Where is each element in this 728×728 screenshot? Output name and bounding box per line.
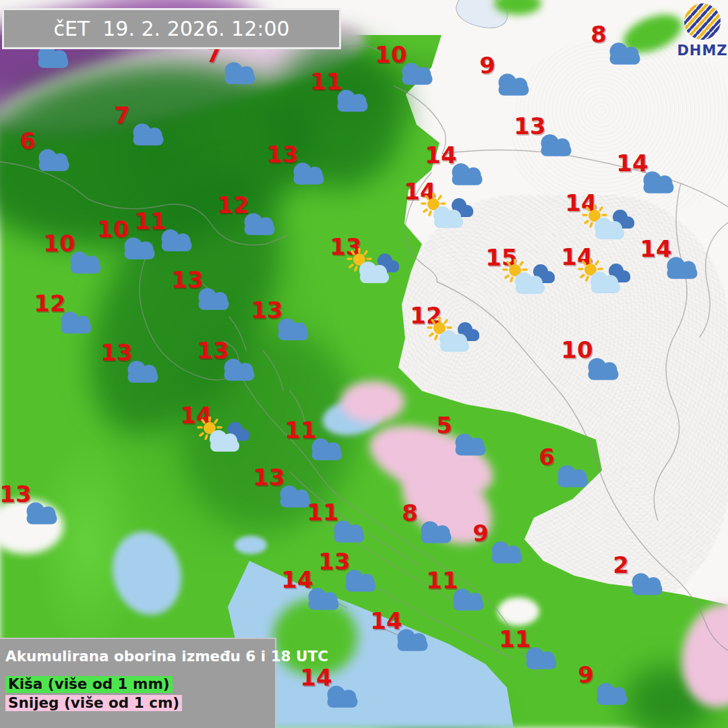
cloud-icon [320,681,365,713]
cloud-icon [390,625,435,657]
cloud-icon [448,429,493,461]
cloud-icon [121,357,165,388]
cloud-icon [63,247,108,279]
legend-title: Akumulirana oborina između 6 i 18 UTC [5,648,270,665]
sun-cloud-icon [346,248,405,291]
cloud-icon [446,584,491,616]
cloud-icon [603,38,647,70]
dhmz-logo: DHMZ [674,1,728,61]
cloud-icon [551,461,595,493]
sun-cloud-icon [577,258,636,301]
cloud-icon [534,130,578,162]
cloud-icon [32,145,76,177]
cloud-icon [301,584,346,615]
cloud-icon [445,159,489,191]
cloud-icon [660,253,704,284]
cloud-icon [154,225,199,257]
dhmz-logo-text: DHMZ [677,42,727,59]
cloud-icon [54,307,98,339]
cloud-icon [590,679,634,710]
cloud-icon [491,69,536,101]
sun-cloud-icon [196,417,255,459]
cloud-icon [286,158,331,190]
cloud-icon [519,643,564,675]
cloud-icon [395,59,439,90]
cloud-icon [20,498,64,530]
stations-layer: 7108911761313141414141315141412101011101… [0,0,728,728]
sun-cloud-icon [502,259,561,301]
cloud-icon [271,314,315,346]
legend-item: Kiša (više od 1 mm) [5,676,173,693]
cloud-icon [330,86,375,117]
legend: Akumulirana oborina između 6 i 18 UTC Ki… [0,638,276,728]
cloud-icon [218,58,262,90]
legend-items: Kiša (više od 1 mm)Snijeg (više od 1 cm) [5,676,270,711]
cloud-icon [126,119,171,151]
cloud-icon [625,569,669,601]
weather-map: 7108911761313141414141315141412101011101… [0,0,728,728]
cloud-icon [191,284,236,315]
datetime-bar: čET 19. 2. 2026. 12:00 [2,8,341,49]
legend-item: Snijeg (više od 1 cm) [5,695,182,712]
cloud-icon [485,537,529,569]
cloud-icon [217,355,262,386]
datetime-label: čET 19. 2. 2026. 12:00 [53,17,289,40]
cloud-icon [327,516,371,548]
sun-cloud-icon [581,204,640,247]
cloud-icon [414,517,458,549]
sun-cloud-icon [426,317,485,359]
cloud-icon [305,434,349,466]
cloud-icon [636,167,681,199]
cloud-icon [237,209,282,241]
cloud-icon [581,354,626,386]
sun-cloud-icon [420,193,479,235]
